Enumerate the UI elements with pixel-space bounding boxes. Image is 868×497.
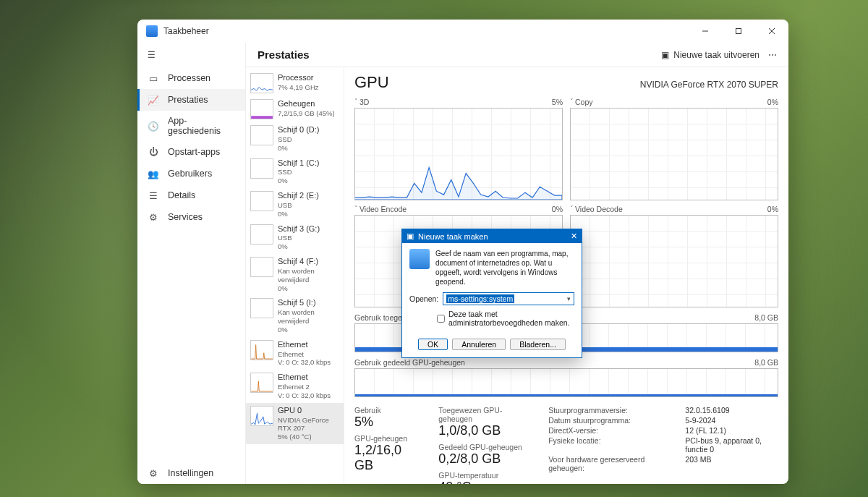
open-combobox[interactable]: ms-settings:system ▾: [443, 292, 574, 305]
perf-item-gpu0[interactable]: GPU 0NVIDIA GeForce RTX 2075% (40 °C): [246, 403, 344, 444]
sidebar: ☰ ▭Processen 📈Prestaties 🕓App-geschieden…: [137, 43, 246, 484]
more-button[interactable]: ⋯: [768, 50, 777, 60]
chart-copy: ˅Copy0%: [570, 96, 778, 200]
users-icon: 👥: [148, 168, 159, 179]
performance-icon: 📈: [148, 94, 159, 106]
perf-item-disk1[interactable]: Schijf 1 (C:)SSD0%: [246, 156, 344, 189]
processes-icon: ▭: [148, 72, 159, 84]
perf-item-disk2[interactable]: Schijf 2 (E:)USB0%: [246, 188, 344, 221]
minimize-button[interactable]: [689, 20, 722, 43]
dialog-description: Geef de naam van een programma, map, doc…: [435, 249, 574, 286]
shared-memory-chart: Gebruik gedeeld GPU-geheugen8,0 GB: [354, 357, 778, 397]
dialog-app-icon: ▣: [407, 231, 414, 241]
perf-item-disk0[interactable]: Schijf 0 (D:)SSD0%: [246, 122, 344, 156]
performance-list[interactable]: Processor7% 4,19 GHz Geheugen7,2/15,9 GB…: [246, 67, 344, 484]
gear-icon: ⚙: [148, 467, 159, 479]
hamburger-icon[interactable]: ☰: [137, 43, 245, 67]
svg-rect-1: [736, 29, 741, 34]
perf-item-disk3[interactable]: Schijf 3 (G:)USB0%: [246, 221, 344, 255]
nav-settings[interactable]: ⚙Instellingen: [137, 462, 245, 484]
nav-startup[interactable]: ⏻Opstart-apps: [137, 141, 245, 163]
nav-users[interactable]: 👥Gebruikers: [137, 163, 245, 184]
nav-processes[interactable]: ▭Processen: [137, 67, 245, 89]
app-icon: [146, 25, 158, 37]
close-button[interactable]: [755, 20, 788, 43]
run-new-task-button[interactable]: ▣ Nieuwe taak uitvoeren: [661, 50, 760, 60]
cancel-button[interactable]: Annuleren: [452, 339, 506, 350]
dialog-close-button[interactable]: ✕: [571, 231, 577, 241]
browse-button[interactable]: Bladeren...: [510, 339, 566, 350]
page-title: Prestaties: [258, 48, 310, 61]
page-header: Prestaties ▣ Nieuwe taak uitvoeren ⋯: [246, 43, 788, 67]
services-icon: ⚙: [148, 211, 159, 223]
startup-icon: ⏻: [148, 146, 159, 158]
chart-3d: ˅3D5%: [354, 96, 563, 200]
svg-rect-4: [251, 116, 273, 119]
nav-services[interactable]: ⚙Services: [137, 206, 245, 228]
perf-item-memory[interactable]: Geheugen7,2/15,9 GB (45%): [246, 96, 344, 122]
gpu-title: GPU: [354, 73, 389, 92]
chevron-down-icon[interactable]: ▾: [567, 295, 571, 302]
perf-item-disk5[interactable]: Schijf 5 (I:)Kan worden verwijderd0%: [246, 295, 344, 336]
perf-item-cpu[interactable]: Processor7% 4,19 GHz: [246, 70, 344, 96]
open-label: Openen:: [409, 294, 438, 303]
gpu-device-name: NVIDIA GeForce RTX 2070 SUPER: [640, 80, 778, 90]
maximize-button[interactable]: [722, 20, 755, 43]
nav-performance[interactable]: 📈Prestaties: [137, 89, 245, 111]
admin-checkbox[interactable]: [437, 315, 445, 323]
gpu-stats: Gebruik5% GPU-geheugen1,2/16,0 GB Toegew…: [354, 406, 778, 484]
perf-item-ethernet1[interactable]: EthernetEthernetV: 0 O: 32,0 kbps: [246, 337, 344, 370]
nav-details[interactable]: ☰Details: [137, 184, 245, 206]
app-title: Taakbeheer: [163, 26, 209, 36]
dialog-titlebar[interactable]: ▣ Nieuwe taak maken ✕: [402, 229, 582, 243]
admin-label: Deze taak met administratorbevoegdheden …: [448, 310, 574, 327]
open-value: ms-settings:system: [446, 294, 514, 303]
chart-video-decode: ˅Video Decode0%: [570, 203, 778, 307]
perf-item-disk4[interactable]: Schijf 4 (F:)Kan worden verwijderd0%: [246, 254, 344, 295]
ok-button[interactable]: OK: [418, 339, 448, 350]
history-icon: 🕓: [148, 120, 159, 132]
perf-item-ethernet2[interactable]: EthernetEthernet 2V: 0 O: 32,0 kbps: [246, 370, 344, 403]
details-icon: ☰: [148, 190, 159, 201]
titlebar[interactable]: Taakbeheer: [137, 20, 788, 43]
run-new-task-dialog: ▣ Nieuwe taak maken ✕ Geef de naam van e…: [401, 229, 582, 358]
run-task-icon: ▣: [661, 50, 669, 60]
dialog-icon: [409, 249, 430, 269]
nav-app-history[interactable]: 🕓App-geschiedenis: [137, 111, 245, 141]
